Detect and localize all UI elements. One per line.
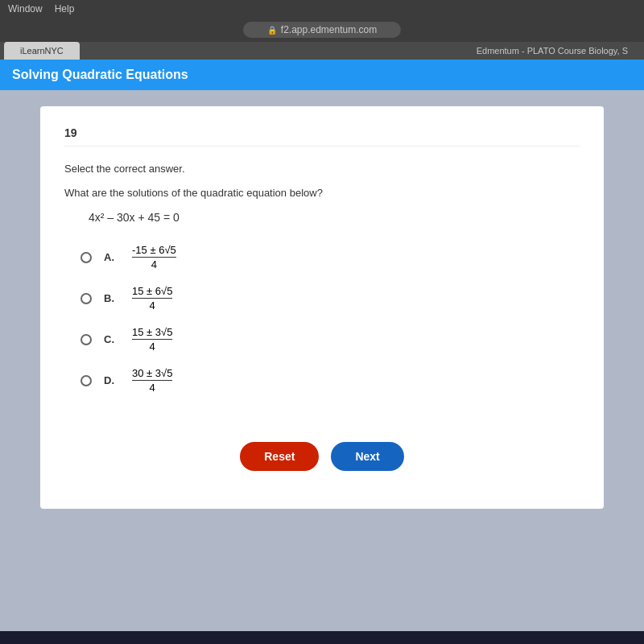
option-a-denominator: 4 [151, 258, 157, 270]
option-b-numerator: 15 ± 6√5 [132, 285, 172, 299]
option-b-denominator: 4 [150, 299, 155, 312]
buttons-row: Reset Next [64, 442, 580, 487]
option-d[interactable]: D. 30 ± 3√5 4 [80, 367, 580, 394]
option-d-numerator: 30 ± 3√5 [132, 367, 172, 381]
tab-edmentum[interactable]: Edmentum - PLATO Course Biology, S [464, 42, 640, 60]
page-title: Solving Quadratic Equations [12, 68, 632, 82]
radio-d[interactable] [80, 375, 92, 386]
option-a-numerator: -15 ± 6√5 [132, 244, 176, 258]
content-area: 19 Select the correct answer. What are t… [0, 90, 644, 631]
option-c[interactable]: C. 15 ± 3√5 4 [80, 326, 580, 353]
question-number: 19 [64, 126, 580, 147]
option-d-label: D. [104, 374, 120, 386]
option-b-label: B. [104, 292, 120, 304]
option-d-fraction: 30 ± 3√5 4 [132, 367, 172, 394]
option-b[interactable]: B. 15 ± 6√5 4 [80, 285, 580, 312]
question-text: What are the solutions of the quadratic … [64, 187, 580, 199]
radio-b[interactable] [80, 293, 92, 304]
address-text: f2.app.edmentum.com [281, 24, 377, 35]
lock-icon: 🔒 [267, 26, 277, 35]
instruction-text: Select the correct answer. [64, 163, 580, 175]
tab-ilearnnyc[interactable]: iLearnNYC [4, 42, 80, 60]
next-button[interactable]: Next [331, 442, 403, 471]
option-a[interactable]: A. -15 ± 6√5 4 [80, 244, 580, 270]
option-c-fraction: 15 ± 3√5 4 [132, 326, 172, 353]
option-c-numerator: 15 ± 3√5 [132, 326, 172, 340]
radio-c[interactable] [80, 334, 92, 345]
answer-options: A. -15 ± 6√5 4 B. 15 ± 6√5 4 [80, 244, 580, 394]
equation: 4x² – 30x + 45 = 0 [89, 211, 580, 224]
menu-help[interactable]: Help [55, 3, 75, 14]
page-header: Solving Quadratic Equations [0, 60, 644, 90]
tabs-row: iLearnNYC Edmentum - PLATO Course Biolog… [0, 42, 644, 60]
main-content: Solving Quadratic Equations 19 Select th… [0, 60, 644, 631]
option-c-label: C. [104, 333, 120, 345]
address-bar[interactable]: 🔒 f2.app.edmentum.com [243, 22, 401, 38]
address-bar-row: 🔒 f2.app.edmentum.com [0, 18, 644, 42]
reset-button[interactable]: Reset [240, 442, 319, 471]
option-a-fraction: -15 ± 6√5 4 [132, 244, 176, 270]
option-d-denominator: 4 [150, 381, 155, 394]
menu-window[interactable]: Window [8, 3, 43, 14]
browser-chrome: Window Help 🔒 f2.app.edmentum.com iLearn… [0, 0, 644, 60]
menu-bar: Window Help [0, 0, 644, 18]
option-a-label: A. [104, 251, 120, 263]
radio-a[interactable] [80, 252, 92, 263]
question-card: 19 Select the correct answer. What are t… [40, 106, 604, 509]
option-c-denominator: 4 [150, 340, 155, 353]
option-b-fraction: 15 ± 6√5 4 [132, 285, 172, 312]
